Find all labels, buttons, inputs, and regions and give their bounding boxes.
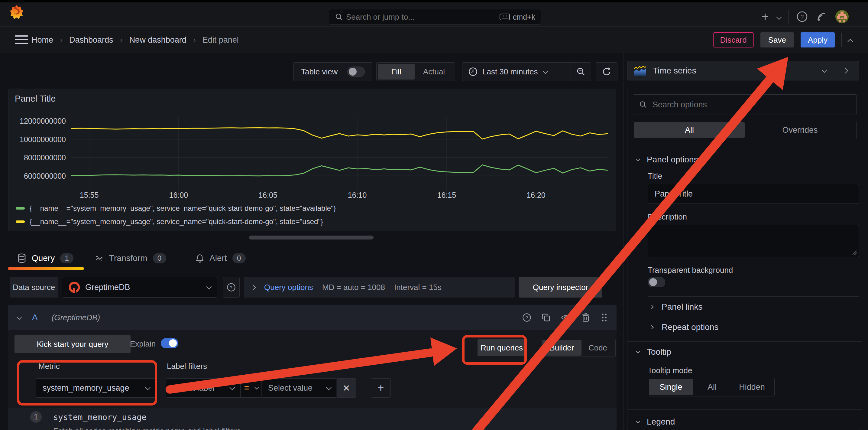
time-range-control: Last 30 minutes — [462, 62, 591, 81]
add-filter-button[interactable]: + — [371, 378, 391, 398]
operator-dropdown[interactable]: = — [240, 378, 261, 398]
collapse-header-chevron-up-icon[interactable] — [847, 39, 853, 44]
metric-select[interactable]: system_memory_usage — [36, 378, 156, 398]
table-view-toggle[interactable] — [347, 66, 365, 77]
query-row-actions: ? — [522, 313, 608, 322]
run-queries-button[interactable]: Run queries — [477, 339, 526, 356]
options-search[interactable] — [633, 94, 857, 115]
collapse-pane-button[interactable] — [832, 61, 859, 80]
tooltip-mode-all[interactable]: All — [693, 379, 731, 395]
panel-links-chevron-icon — [650, 305, 654, 309]
remove-filter-button[interactable]: ✕ — [337, 378, 356, 398]
fill-option[interactable]: Fill — [378, 64, 415, 80]
svg-text:?: ? — [230, 285, 232, 290]
shortcut-label: cmd+k — [513, 13, 535, 22]
add-chevron-down-icon[interactable] — [776, 14, 782, 20]
transparent-bg-toggle[interactable] — [648, 277, 665, 287]
legend-item[interactable]: {__name__="system_memory_usage", service… — [16, 204, 336, 212]
tooltip-mode-hidden[interactable]: Hidden — [731, 379, 773, 395]
explain-toggle[interactable] — [161, 338, 178, 348]
actual-option[interactable]: Actual — [415, 64, 453, 80]
grafana-logo[interactable] — [10, 5, 23, 19]
tooltip-header[interactable]: Tooltip — [636, 345, 671, 359]
description-textarea[interactable] — [648, 225, 859, 257]
options-pane: All Overrides Panel options Title Descri… — [627, 88, 861, 430]
tab-transform[interactable]: Transform 0 — [95, 250, 166, 267]
refresh-button[interactable] — [596, 62, 617, 81]
hide-query-eye-icon[interactable] — [561, 313, 571, 322]
search-icon — [335, 13, 343, 21]
breadcrumb-home[interactable]: Home — [31, 35, 53, 45]
select-label-dropdown[interactable]: Select label — [166, 378, 240, 398]
horizontal-scrollbar[interactable] — [249, 235, 374, 239]
panel-options-header[interactable]: Panel options — [636, 153, 698, 166]
visualization-picker: Time series — [627, 61, 859, 81]
avatar[interactable] — [835, 10, 849, 24]
time-range-picker[interactable]: Last 30 minutes — [462, 63, 570, 81]
options-section-divider — [627, 341, 862, 342]
svg-text:16:00: 16:00 — [169, 191, 188, 199]
tab-query[interactable]: Query 1 — [17, 250, 73, 267]
collapse-pane-chevron-right-icon — [843, 68, 848, 73]
news-rss-icon[interactable] — [816, 11, 827, 22]
menu-hamburger-icon[interactable] — [15, 35, 28, 45]
transparent-bg-label: Transparent background — [648, 265, 733, 275]
select-value-dropdown[interactable]: Select value — [262, 378, 336, 398]
builder-option[interactable]: Builder — [542, 340, 582, 355]
legend-header[interactable]: Legend — [636, 415, 675, 429]
options-search-icon — [639, 101, 647, 109]
help-icon[interactable]: ? — [796, 11, 808, 22]
actions-divider — [841, 33, 842, 47]
query-ref-id[interactable]: A — [32, 313, 38, 322]
time-range-label: Last 30 minutes — [483, 67, 538, 77]
svg-text:16:10: 16:10 — [348, 191, 367, 199]
global-search[interactable]: cmd+k — [329, 9, 541, 25]
add-icon[interactable]: + — [762, 10, 769, 23]
code-option[interactable]: Code — [582, 340, 614, 355]
resize-handle-icon[interactable] — [851, 249, 857, 255]
query-collapse-chevron-icon[interactable] — [16, 314, 22, 320]
datasource-picker[interactable]: GreptimeDB — [62, 277, 217, 297]
tooltip-mode-single[interactable]: Single — [649, 379, 693, 395]
query-row-header[interactable]: A (GreptimeDB) ? — [8, 305, 617, 330]
drag-handle-grip-icon[interactable] — [600, 313, 608, 322]
datasource-help-button[interactable]: ? — [223, 277, 240, 297]
breadcrumb-separator: › — [193, 35, 196, 45]
svg-text:12000000000: 12000000000 — [20, 117, 66, 125]
query-options-label: Query options — [264, 283, 313, 292]
panel-links-row[interactable]: Panel links — [650, 300, 702, 314]
tooltip-title: Tooltip — [647, 347, 671, 357]
apply-button[interactable]: Apply — [801, 32, 835, 48]
tab-overrides[interactable]: Overrides — [745, 122, 855, 138]
discard-button[interactable]: Discard — [713, 32, 754, 48]
breadcrumb-separator: › — [60, 35, 63, 45]
viz-select[interactable]: Time series — [627, 61, 832, 80]
search-input[interactable] — [346, 9, 479, 25]
description-field-label: Description — [648, 212, 687, 222]
query-options-md: MD = auto = 1008 — [322, 283, 385, 292]
query-help-icon[interactable]: ? — [522, 313, 531, 322]
duplicate-query-icon[interactable] — [541, 313, 551, 322]
delete-query-trash-icon[interactable] — [582, 313, 590, 322]
tab-all[interactable]: All — [634, 122, 745, 138]
datasource-chevron-down-icon — [206, 284, 212, 289]
table-view-control: Table view — [293, 62, 372, 81]
svg-text:?: ? — [526, 315, 528, 320]
kick-start-query-button[interactable]: Kick start your query — [14, 335, 130, 353]
svg-text:10000000000: 10000000000 — [20, 135, 66, 144]
repeat-options-row[interactable]: Repeat options — [650, 320, 718, 334]
panel-title-input[interactable] — [648, 184, 859, 204]
svg-text:16:20: 16:20 — [526, 191, 546, 199]
query-inspector-button[interactable]: Query inspector — [519, 277, 602, 297]
tab-alert[interactable]: Alert 0 — [195, 250, 246, 267]
save-button[interactable]: Save — [761, 32, 794, 48]
breadcrumb-new-dashboard[interactable]: New dashboard — [129, 35, 186, 45]
breadcrumb-dashboards[interactable]: Dashboards — [69, 35, 113, 45]
options-search-input[interactable] — [652, 100, 850, 110]
sub-header: Home › Dashboards › New dashboard › Edit… — [0, 27, 868, 53]
query-code-hint: Fetch all series matching metric name an… — [53, 426, 243, 430]
tab-alert-label: Alert — [210, 253, 227, 263]
legend-item[interactable]: {__name__="system_memory_usage", service… — [16, 218, 336, 226]
zoom-out-button[interactable] — [571, 63, 591, 81]
query-options-bar[interactable]: Query options MD = auto = 1008 Interval … — [244, 277, 515, 297]
